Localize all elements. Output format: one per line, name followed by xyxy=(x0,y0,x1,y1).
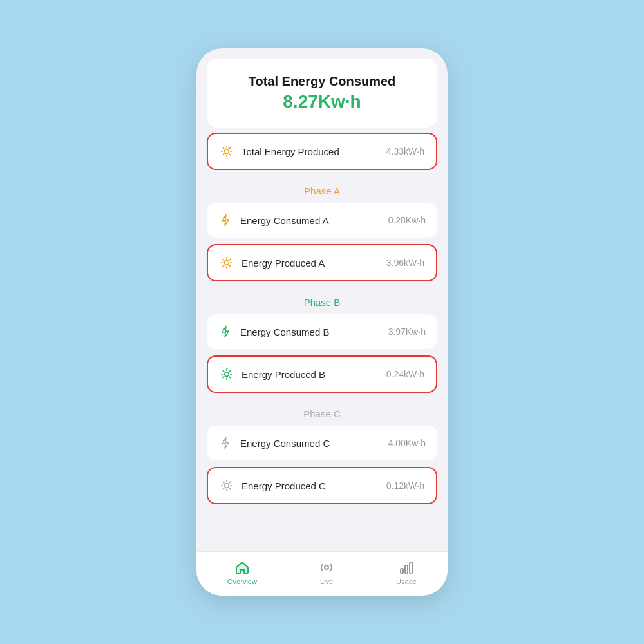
energy-produced-c-label: Energy Produced C xyxy=(242,480,326,491)
sun-icon-a xyxy=(220,256,234,270)
header-card: Total Energy Consumed 8.27Kw·h xyxy=(207,59,437,128)
card-left: Energy Produced A xyxy=(220,256,325,270)
energy-consumed-c-label: Energy Consumed C xyxy=(240,438,330,449)
svg-rect-37 xyxy=(401,569,403,573)
total-produced-label: Total Energy Produced xyxy=(242,146,339,157)
svg-line-15 xyxy=(229,265,231,267)
svg-line-34 xyxy=(223,488,224,489)
bolt-icon-b-consumed xyxy=(218,325,232,339)
energy-produced-b-card[interactable]: Energy Produced B 0.24kW·h xyxy=(207,355,437,393)
header-title: Total Energy Consumed xyxy=(220,74,424,89)
card-left: Energy Consumed C xyxy=(218,436,330,450)
svg-point-9 xyxy=(225,261,229,265)
energy-consumed-b-value: 3.97Kw·h xyxy=(388,327,426,337)
svg-line-17 xyxy=(229,259,231,260)
phase-a-header: Phase A xyxy=(207,176,437,203)
energy-produced-b-label: Energy Produced B xyxy=(242,369,325,380)
nav-item-usage[interactable]: Usage xyxy=(396,560,417,585)
card-left: Energy Consumed A xyxy=(218,213,329,227)
svg-line-14 xyxy=(223,259,224,260)
energy-produced-a-value: 3.96kW·h xyxy=(386,258,424,268)
bottom-nav: Overview Live Usage xyxy=(196,551,448,596)
svg-point-27 xyxy=(225,484,229,488)
nav-item-live[interactable]: Live xyxy=(319,560,334,585)
svg-rect-38 xyxy=(405,565,408,573)
bolt-icon-c-consumed xyxy=(218,436,232,450)
energy-consumed-b-label: Energy Consumed B xyxy=(240,327,329,337)
card-left: Total Energy Produced xyxy=(220,144,339,158)
bolt-icon-a-consumed xyxy=(218,213,232,227)
card-left: Energy Produced C xyxy=(220,478,326,493)
nav-usage-label: Usage xyxy=(396,578,417,585)
home-icon xyxy=(234,560,250,575)
energy-consumed-a-value: 0.28Kw·h xyxy=(388,215,426,225)
energy-consumed-c-card[interactable]: Energy Consumed C 4.00Kw·h xyxy=(207,426,437,460)
sun-icon-c xyxy=(220,478,234,493)
svg-line-16 xyxy=(223,265,224,267)
svg-line-32 xyxy=(223,482,224,483)
svg-line-35 xyxy=(229,482,231,483)
energy-produced-a-label: Energy Produced A xyxy=(242,258,325,269)
svg-line-5 xyxy=(223,147,224,149)
live-icon xyxy=(319,560,334,575)
energy-produced-c-value: 0.12kW·h xyxy=(386,480,424,491)
usage-icon xyxy=(399,560,414,575)
svg-point-0 xyxy=(225,149,229,154)
energy-consumed-a-card[interactable]: Energy Consumed A 0.28Kw·h xyxy=(207,203,437,238)
svg-line-6 xyxy=(229,154,231,155)
svg-point-18 xyxy=(225,372,229,377)
phone-container: Total Energy Consumed 8.27Kw·h xyxy=(196,48,448,596)
svg-line-26 xyxy=(229,370,231,372)
energy-produced-b-value: 0.24kW·h xyxy=(386,369,424,379)
energy-consumed-a-label: Energy Consumed A xyxy=(240,215,329,226)
svg-line-23 xyxy=(223,370,224,372)
energy-consumed-b-card[interactable]: Energy Consumed B 3.97Kw·h xyxy=(207,314,437,349)
card-left: Energy Consumed B xyxy=(218,325,329,339)
energy-produced-c-card[interactable]: Energy Produced C 0.12kW·h xyxy=(207,467,437,504)
total-energy-produced-card[interactable]: Total Energy Produced 4.33kW·h xyxy=(207,133,437,170)
sun-icon-b xyxy=(220,367,234,381)
card-left: Energy Produced B xyxy=(220,367,325,381)
phase-b-header: Phase B xyxy=(207,288,437,314)
total-produced-value: 4.33kW·h xyxy=(386,146,424,156)
energy-produced-a-card[interactable]: Energy Produced A 3.96kW·h xyxy=(207,244,437,281)
svg-line-33 xyxy=(229,488,231,489)
svg-point-36 xyxy=(325,565,328,569)
energy-consumed-c-value: 4.00Kw·h xyxy=(388,438,426,448)
nav-live-label: Live xyxy=(320,578,333,585)
svg-line-24 xyxy=(229,377,231,378)
nav-item-overview[interactable]: Overview xyxy=(227,560,257,585)
svg-line-25 xyxy=(223,377,224,378)
svg-rect-39 xyxy=(410,562,412,573)
scroll-area: Total Energy Produced 4.33kW·h Phase A E… xyxy=(196,133,448,546)
sun-icon xyxy=(220,144,234,158)
svg-line-8 xyxy=(229,147,231,149)
svg-line-7 xyxy=(223,154,224,155)
nav-overview-label: Overview xyxy=(227,578,257,585)
header-value: 8.27Kw·h xyxy=(220,91,424,112)
phase-c-header: Phase C xyxy=(207,399,437,426)
